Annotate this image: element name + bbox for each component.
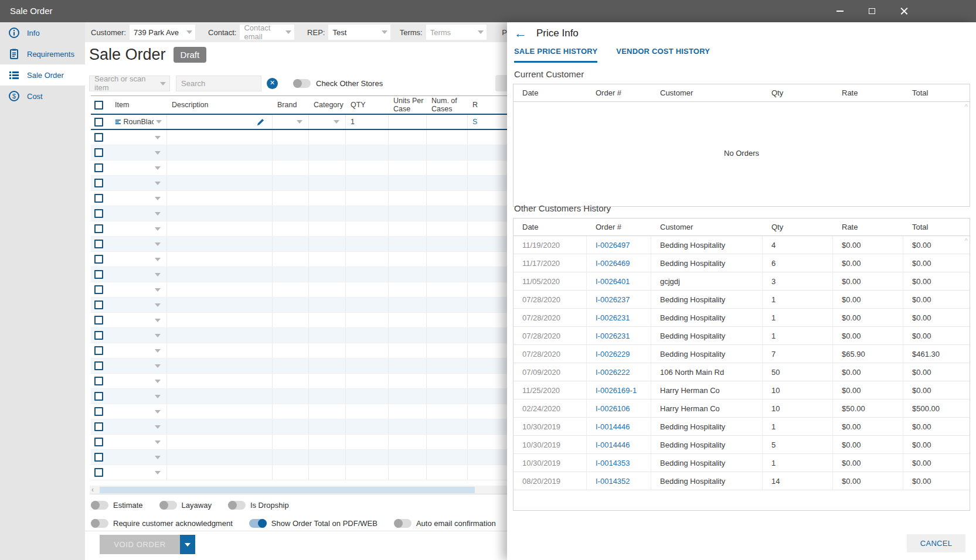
row-checkbox[interactable] xyxy=(94,133,103,142)
item-name[interactable]: RounBlac10 xyxy=(124,118,154,126)
void-order-dropdown-button[interactable] xyxy=(180,535,195,554)
chevron-down-icon[interactable] xyxy=(155,410,161,414)
cell-order-number[interactable]: I-0014446 xyxy=(587,418,651,435)
tab-sale-price-history[interactable]: SALE PRICE HISTORY xyxy=(514,47,597,63)
row-checkbox[interactable] xyxy=(94,468,103,477)
scrollbar-thumb[interactable] xyxy=(100,487,475,493)
clear-search-icon[interactable]: × xyxy=(267,78,278,89)
close-button[interactable] xyxy=(888,0,920,22)
rep-dropdown[interactable]: Test xyxy=(328,25,390,40)
chevron-down-icon[interactable] xyxy=(155,182,161,185)
chevron-down-icon[interactable] xyxy=(155,395,161,398)
row-checkbox[interactable] xyxy=(94,316,103,325)
maximize-button[interactable] xyxy=(856,0,888,22)
sidebar-item-requirements[interactable]: Requirements xyxy=(0,43,85,64)
tab-vendor-cost-history[interactable]: VENDOR COST HISTORY xyxy=(616,47,710,63)
row-checkbox[interactable] xyxy=(94,240,103,248)
chevron-down-icon[interactable] xyxy=(156,120,162,124)
customer-dropdown[interactable]: 739 Park Ave xyxy=(130,25,195,40)
back-arrow-icon[interactable]: ← xyxy=(514,27,527,40)
row-checkbox[interactable] xyxy=(94,194,103,203)
cell-order-number[interactable]: I-0026497 xyxy=(587,236,651,254)
chevron-down-icon[interactable] xyxy=(155,288,161,292)
chevron-down-icon[interactable] xyxy=(297,120,302,124)
select-all-checkbox[interactable] xyxy=(94,101,103,110)
cell-order-number[interactable]: I-0026222 xyxy=(587,363,651,381)
row-checkbox[interactable] xyxy=(94,453,103,462)
edit-pencil-icon[interactable] xyxy=(256,118,265,127)
sidebar-item-sale-order[interactable]: Sale Order xyxy=(0,64,85,86)
sidebar-item-cost[interactable]: $ Cost xyxy=(0,86,85,107)
row-checkbox[interactable] xyxy=(94,209,103,218)
cell-order-number[interactable]: I-0026231 xyxy=(587,309,651,326)
chevron-down-icon[interactable] xyxy=(155,197,161,200)
horizontal-scrollbar[interactable]: ‹ xyxy=(90,486,507,494)
show-order-total-on-pdf-web-toggle[interactable] xyxy=(249,519,267,528)
cell-order-number[interactable]: I-0026469 xyxy=(587,254,651,272)
search-input[interactable]: Search xyxy=(176,76,261,91)
sidebar-item-info[interactable]: Info xyxy=(0,22,85,43)
cell-order-number[interactable]: I-0026401 xyxy=(587,272,651,290)
cell-order-number[interactable]: I-0014352 xyxy=(587,472,651,490)
check-other-stores-toggle[interactable] xyxy=(293,79,311,88)
chevron-down-icon[interactable] xyxy=(155,425,161,429)
row-checkbox[interactable] xyxy=(94,179,103,187)
chevron-down-icon[interactable] xyxy=(155,212,161,216)
chevron-down-icon[interactable] xyxy=(155,441,161,444)
row-checkbox[interactable] xyxy=(94,301,103,309)
estimate-toggle[interactable] xyxy=(91,501,108,510)
chevron-down-icon[interactable] xyxy=(155,303,161,307)
cell-order-number[interactable]: I-0014446 xyxy=(587,436,651,453)
row-checkbox[interactable] xyxy=(94,361,103,370)
require-customer-acknowledgment-toggle[interactable] xyxy=(91,519,108,528)
chevron-down-icon[interactable] xyxy=(155,258,161,261)
chevron-down-icon[interactable] xyxy=(155,334,161,337)
row-checkbox[interactable] xyxy=(94,148,103,157)
chevron-down-icon[interactable] xyxy=(155,151,161,155)
scan-item-dropdown[interactable]: Search or scan item xyxy=(89,76,170,91)
void-order-button[interactable]: VOID ORDER xyxy=(100,535,180,554)
row-checkbox[interactable] xyxy=(94,346,103,355)
terms-dropdown[interactable]: Terms xyxy=(426,25,487,40)
row-checkbox[interactable] xyxy=(94,331,103,340)
cell-order-number[interactable]: I-0014353 xyxy=(587,454,651,472)
row-checkbox[interactable] xyxy=(94,118,103,127)
chevron-down-icon[interactable] xyxy=(155,364,161,368)
scroll-up-icon[interactable]: ^ xyxy=(965,103,968,110)
is-dropship-toggle[interactable] xyxy=(228,501,246,510)
chevron-down-icon[interactable] xyxy=(155,319,161,322)
row-checkbox[interactable] xyxy=(94,224,103,233)
scroll-up-icon[interactable]: ^ xyxy=(965,237,968,244)
row-checkbox[interactable] xyxy=(94,255,103,264)
row-checkbox[interactable] xyxy=(94,422,103,431)
chevron-down-icon[interactable] xyxy=(155,273,161,276)
contact-dropdown[interactable]: Contact email xyxy=(240,25,294,40)
chevron-down-icon[interactable] xyxy=(155,243,161,246)
row-checkbox[interactable] xyxy=(94,285,103,294)
chevron-down-icon[interactable] xyxy=(155,136,161,139)
chevron-down-icon[interactable] xyxy=(155,471,161,474)
cell-order-number[interactable]: I-0026237 xyxy=(587,291,651,308)
layaway-toggle[interactable] xyxy=(159,501,177,510)
qty-value[interactable]: 1 xyxy=(351,118,355,126)
cell-order-number[interactable]: I-0026229 xyxy=(587,345,651,363)
row-checkbox[interactable] xyxy=(94,163,103,172)
row-checkbox[interactable] xyxy=(94,270,103,279)
chevron-down-icon[interactable] xyxy=(155,456,161,459)
minimize-button[interactable] xyxy=(824,0,856,22)
chevron-down-icon[interactable] xyxy=(155,380,161,383)
row-checkbox[interactable] xyxy=(94,377,103,385)
chevron-down-icon[interactable] xyxy=(155,166,161,170)
cutoff-link-fragment[interactable]: S xyxy=(472,118,477,126)
cancel-button[interactable]: CANCEL xyxy=(907,534,965,552)
row-checkbox[interactable] xyxy=(94,407,103,416)
chevron-down-icon[interactable] xyxy=(334,120,339,124)
row-checkbox[interactable] xyxy=(94,438,103,446)
row-checkbox[interactable] xyxy=(94,392,103,401)
scroll-left-icon[interactable]: ‹ xyxy=(91,486,94,494)
cell-order-number[interactable]: I-0026169-1 xyxy=(587,381,651,399)
auto-email-confirmation-toggle[interactable] xyxy=(394,519,412,528)
chevron-down-icon[interactable] xyxy=(155,349,161,353)
cell-order-number[interactable]: I-0026231 xyxy=(587,327,651,344)
cell-order-number[interactable]: I-0026106 xyxy=(587,399,651,417)
